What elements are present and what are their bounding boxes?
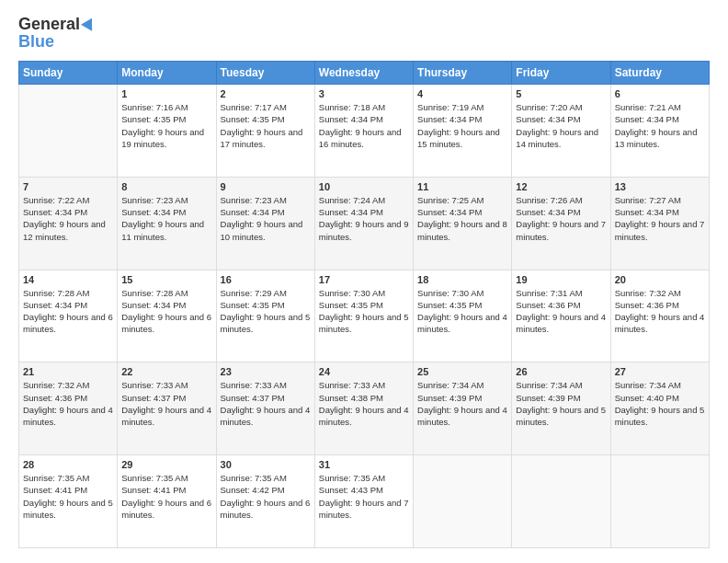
table-row: 27Sunrise: 7:34 AMSunset: 4:40 PMDayligh… [610,362,709,455]
day-info: Sunrise: 7:35 AMSunset: 4:41 PMDaylight:… [23,472,113,521]
day-info: Sunrise: 7:35 AMSunset: 4:43 PMDaylight:… [319,472,409,521]
day-number: 18 [417,274,507,285]
calendar-week-row: 14Sunrise: 7:28 AMSunset: 4:34 PMDayligh… [19,270,710,362]
day-number: 3 [319,88,409,99]
day-info: Sunrise: 7:16 AMSunset: 4:35 PMDaylight:… [121,101,211,150]
day-info: Sunrise: 7:33 AMSunset: 4:37 PMDaylight:… [221,379,311,428]
table-row: 5Sunrise: 7:20 AMSunset: 4:34 PMDaylight… [512,85,610,178]
day-number: 15 [121,274,211,285]
col-monday: Monday [118,62,216,85]
table-row: 2Sunrise: 7:17 AMSunset: 4:35 PMDaylight… [216,85,314,178]
col-thursday: Thursday [414,62,512,85]
table-row [414,455,512,548]
day-info: Sunrise: 7:34 AMSunset: 4:40 PMDaylight:… [615,379,705,428]
day-number: 5 [516,88,606,99]
table-row: 30Sunrise: 7:35 AMSunset: 4:42 PMDayligh… [216,455,314,548]
day-number: 1 [121,88,211,99]
table-row: 28Sunrise: 7:35 AMSunset: 4:41 PMDayligh… [19,455,118,548]
day-info: Sunrise: 7:18 AMSunset: 4:34 PMDaylight:… [319,101,409,150]
table-row: 24Sunrise: 7:33 AMSunset: 4:38 PMDayligh… [314,362,413,455]
day-info: Sunrise: 7:17 AMSunset: 4:35 PMDaylight:… [221,101,311,150]
day-number: 26 [516,366,606,377]
table-row: 16Sunrise: 7:29 AMSunset: 4:35 PMDayligh… [216,270,314,362]
day-number: 4 [417,88,507,99]
table-row: 20Sunrise: 7:32 AMSunset: 4:36 PMDayligh… [610,270,709,362]
table-row: 18Sunrise: 7:30 AMSunset: 4:35 PMDayligh… [414,270,512,362]
day-info: Sunrise: 7:26 AMSunset: 4:34 PMDaylight:… [516,194,606,243]
calendar-week-row: 28Sunrise: 7:35 AMSunset: 4:41 PMDayligh… [19,455,710,548]
table-row: 22Sunrise: 7:33 AMSunset: 4:37 PMDayligh… [118,362,216,455]
table-row: 15Sunrise: 7:28 AMSunset: 4:34 PMDayligh… [118,270,216,362]
calendar-table: Sunday Monday Tuesday Wednesday Thursday… [18,61,710,548]
day-number: 13 [615,181,705,192]
day-number: 31 [319,459,409,470]
day-number: 24 [319,366,409,377]
day-number: 2 [221,88,311,99]
table-row: 29Sunrise: 7:35 AMSunset: 4:41 PMDayligh… [118,455,216,548]
day-number: 22 [121,366,211,377]
table-row: 26Sunrise: 7:34 AMSunset: 4:39 PMDayligh… [512,362,610,455]
calendar-week-row: 7Sunrise: 7:22 AMSunset: 4:34 PMDaylight… [19,177,710,270]
table-row: 4Sunrise: 7:19 AMSunset: 4:34 PMDaylight… [414,85,512,178]
day-info: Sunrise: 7:28 AMSunset: 4:34 PMDaylight:… [121,287,211,336]
table-row: 21Sunrise: 7:32 AMSunset: 4:36 PMDayligh… [19,362,118,455]
table-row: 23Sunrise: 7:33 AMSunset: 4:37 PMDayligh… [216,362,314,455]
table-row [512,455,610,548]
table-row: 31Sunrise: 7:35 AMSunset: 4:43 PMDayligh… [314,455,413,548]
day-info: Sunrise: 7:25 AMSunset: 4:34 PMDaylight:… [417,194,507,243]
table-row: 6Sunrise: 7:21 AMSunset: 4:34 PMDaylight… [610,85,709,178]
day-info: Sunrise: 7:34 AMSunset: 4:39 PMDaylight:… [417,379,507,428]
col-sunday: Sunday [19,62,118,85]
day-info: Sunrise: 7:33 AMSunset: 4:38 PMDaylight:… [319,379,409,428]
day-info: Sunrise: 7:29 AMSunset: 4:35 PMDaylight:… [221,287,311,336]
table-row: 3Sunrise: 7:18 AMSunset: 4:34 PMDaylight… [314,85,413,178]
day-number: 11 [417,181,507,192]
header: General Blue [18,15,710,52]
day-number: 23 [221,366,311,377]
day-number: 6 [615,88,705,99]
day-info: Sunrise: 7:28 AMSunset: 4:34 PMDaylight:… [23,287,113,336]
table-row: 9Sunrise: 7:23 AMSunset: 4:34 PMDaylight… [216,177,314,270]
table-row: 25Sunrise: 7:34 AMSunset: 4:39 PMDayligh… [414,362,512,455]
logo-general: General [18,15,80,34]
day-info: Sunrise: 7:32 AMSunset: 4:36 PMDaylight:… [615,287,705,336]
day-info: Sunrise: 7:23 AMSunset: 4:34 PMDaylight:… [221,194,311,243]
day-info: Sunrise: 7:35 AMSunset: 4:41 PMDaylight:… [121,472,211,521]
day-info: Sunrise: 7:21 AMSunset: 4:34 PMDaylight:… [615,101,705,150]
day-info: Sunrise: 7:22 AMSunset: 4:34 PMDaylight:… [23,194,113,243]
table-row: 7Sunrise: 7:22 AMSunset: 4:34 PMDaylight… [19,177,118,270]
table-row: 13Sunrise: 7:27 AMSunset: 4:34 PMDayligh… [610,177,709,270]
day-number: 21 [23,366,113,377]
day-info: Sunrise: 7:31 AMSunset: 4:36 PMDaylight:… [516,287,606,336]
day-number: 17 [319,274,409,285]
day-number: 29 [121,459,211,470]
day-info: Sunrise: 7:30 AMSunset: 4:35 PMDaylight:… [417,287,507,336]
table-row [610,455,709,548]
logo-blue: Blue [18,32,54,52]
day-info: Sunrise: 7:19 AMSunset: 4:34 PMDaylight:… [417,101,507,150]
day-number: 28 [23,459,113,470]
table-row: 1Sunrise: 7:16 AMSunset: 4:35 PMDaylight… [118,85,216,178]
col-tuesday: Tuesday [216,62,314,85]
day-number: 12 [516,181,606,192]
table-row: 19Sunrise: 7:31 AMSunset: 4:36 PMDayligh… [512,270,610,362]
table-row: 11Sunrise: 7:25 AMSunset: 4:34 PMDayligh… [414,177,512,270]
day-number: 7 [23,181,113,192]
day-info: Sunrise: 7:30 AMSunset: 4:35 PMDaylight:… [319,287,409,336]
table-row: 17Sunrise: 7:30 AMSunset: 4:35 PMDayligh… [314,270,413,362]
day-number: 27 [615,366,705,377]
day-number: 30 [221,459,311,470]
day-info: Sunrise: 7:34 AMSunset: 4:39 PMDaylight:… [516,379,606,428]
day-number: 25 [417,366,507,377]
day-number: 20 [615,274,705,285]
table-row [19,85,118,178]
table-row: 10Sunrise: 7:24 AMSunset: 4:34 PMDayligh… [314,177,413,270]
day-info: Sunrise: 7:23 AMSunset: 4:34 PMDaylight:… [121,194,211,243]
col-wednesday: Wednesday [314,62,413,85]
day-info: Sunrise: 7:33 AMSunset: 4:37 PMDaylight:… [121,379,211,428]
day-info: Sunrise: 7:32 AMSunset: 4:36 PMDaylight:… [23,379,113,428]
logo: General Blue [18,15,96,52]
day-number: 16 [221,274,311,285]
table-row: 14Sunrise: 7:28 AMSunset: 4:34 PMDayligh… [19,270,118,362]
calendar-header-row: Sunday Monday Tuesday Wednesday Thursday… [19,62,710,85]
